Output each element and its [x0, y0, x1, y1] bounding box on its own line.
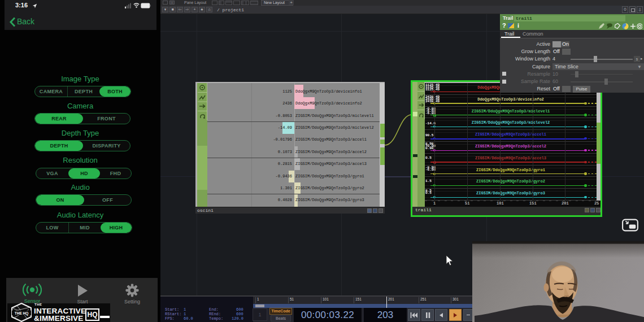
- svg-text:THE HQ: THE HQ: [15, 311, 29, 316]
